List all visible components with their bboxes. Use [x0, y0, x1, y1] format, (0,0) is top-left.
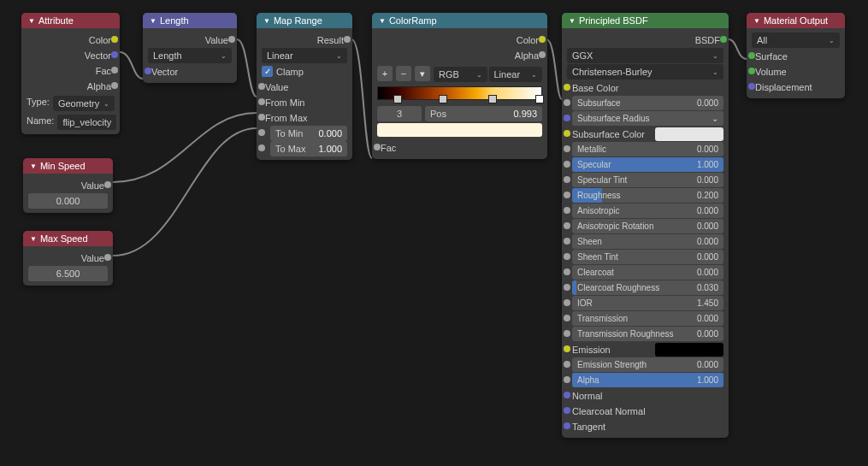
- node-max-speed[interactable]: ▼Max Speed Value 6.500: [23, 231, 113, 286]
- output-result[interactable]: Result: [262, 32, 347, 47]
- bsdf-input-subsurface-color[interactable]: Subsurface Color: [567, 127, 723, 141]
- value-slider[interactable]: Clearcoat Roughness0.030: [572, 280, 723, 295]
- value-field[interactable]: 0.000: [28, 193, 108, 209]
- collapse-icon[interactable]: ▼: [753, 17, 760, 25]
- socket-icon[interactable]: [564, 253, 570, 260]
- node-header[interactable]: ▼Length: [143, 13, 237, 28]
- socket-icon[interactable]: [564, 222, 570, 229]
- name-input[interactable]: flip_velocity: [57, 115, 116, 130]
- socket-icon[interactable]: [228, 36, 235, 43]
- node-attribute[interactable]: ▼Attribute Color Vector Fac Alpha Type: …: [21, 13, 120, 134]
- output-alpha[interactable]: Alpha: [27, 79, 115, 93]
- bsdf-input-emission[interactable]: Emission: [567, 342, 723, 357]
- socket-icon[interactable]: [564, 392, 570, 398]
- socket-icon[interactable]: [104, 254, 111, 261]
- output-color[interactable]: Color: [27, 32, 115, 47]
- bsdf-input-anisotropic-rotation[interactable]: Anisotropic Rotation0.000: [567, 219, 723, 233]
- distribution-dropdown[interactable]: GGX⌄: [567, 48, 723, 63]
- output-fac[interactable]: Fac: [27, 63, 115, 78]
- socket-icon[interactable]: [564, 407, 570, 414]
- socket-icon[interactable]: [111, 67, 118, 74]
- value-slider[interactable]: Transmission Roughness0.000: [572, 327, 723, 341]
- output-value[interactable]: Value: [148, 32, 232, 47]
- ramp-stop[interactable]: [488, 95, 497, 103]
- value-slider[interactable]: Specular Tint0.000: [572, 173, 723, 187]
- value-field[interactable]: Emission Strength0.000: [572, 357, 723, 372]
- bsdf-input-normal[interactable]: Normal: [567, 388, 723, 403]
- socket-icon[interactable]: [111, 82, 118, 89]
- socket-icon[interactable]: [104, 181, 111, 188]
- collapse-icon[interactable]: ▼: [569, 17, 576, 25]
- value-slider[interactable]: Roughness0.200: [572, 188, 723, 203]
- socket-icon[interactable]: [564, 130, 570, 137]
- bsdf-input-transmission-roughness[interactable]: Transmission Roughness0.000: [567, 327, 723, 341]
- bsdf-input-subsurface-radius[interactable]: Subsurface Radius⌄: [567, 111, 723, 126]
- value-slider[interactable]: Anisotropic0.000: [572, 204, 723, 218]
- collapse-icon[interactable]: ▼: [263, 17, 270, 25]
- input-surface[interactable]: Surface: [752, 49, 840, 63]
- color-swatch[interactable]: [655, 127, 723, 141]
- add-stop-button[interactable]: +: [377, 66, 393, 81]
- socket-icon[interactable]: [111, 51, 118, 58]
- stop-index-field[interactable]: 3: [377, 106, 422, 121]
- socket-icon[interactable]: [344, 36, 351, 43]
- socket-icon[interactable]: [564, 330, 570, 337]
- operation-dropdown[interactable]: Length⌄: [148, 48, 232, 63]
- socket-icon[interactable]: [258, 98, 265, 105]
- remove-stop-button[interactable]: −: [396, 66, 411, 81]
- output-value[interactable]: Value: [28, 178, 108, 192]
- collapse-icon[interactable]: ▼: [379, 17, 386, 25]
- bsdf-input-tangent[interactable]: Tangent: [567, 419, 723, 434]
- node-min-speed[interactable]: ▼Min Speed Value 0.000: [23, 158, 113, 213]
- input-to-min[interactable]: To Min0.000: [262, 126, 347, 140]
- input-displacement[interactable]: Displacement: [752, 80, 840, 94]
- node-colorramp[interactable]: ▼ColorRamp Color Alpha + − ▾ RGB⌄ Linear…: [372, 13, 547, 159]
- node-header[interactable]: ▼Principled BSDF: [562, 13, 729, 28]
- bsdf-input-metallic[interactable]: Metallic0.000: [567, 142, 723, 156]
- collapse-icon[interactable]: ▼: [28, 17, 35, 25]
- bsdf-input-sheen[interactable]: Sheen0.000: [567, 234, 723, 249]
- bsdf-input-clearcoat-normal[interactable]: Clearcoat Normal: [567, 404, 723, 418]
- checkbox-icon[interactable]: ✓: [262, 66, 273, 77]
- target-dropdown[interactable]: All⌄: [752, 32, 840, 48]
- value-slider[interactable]: Metallic0.000: [572, 142, 723, 156]
- socket-icon[interactable]: [564, 176, 570, 183]
- sss-method-dropdown[interactable]: Christensen-Burley⌄: [567, 64, 723, 80]
- socket-icon[interactable]: [564, 207, 570, 214]
- output-alpha[interactable]: Alpha: [377, 48, 542, 62]
- socket-icon[interactable]: [748, 52, 755, 59]
- node-header[interactable]: ▼Attribute: [21, 13, 120, 28]
- socket-icon[interactable]: [258, 129, 265, 136]
- value-slider[interactable]: Subsurface0.000: [572, 96, 723, 110]
- bsdf-input-emission-strength[interactable]: Emission Strength0.000: [567, 357, 723, 372]
- socket-icon[interactable]: [564, 161, 570, 168]
- socket-icon[interactable]: [748, 83, 755, 90]
- collapse-icon[interactable]: ▼: [30, 235, 37, 243]
- node-header[interactable]: ▼ColorRamp: [372, 13, 547, 28]
- node-material-output[interactable]: ▼Material Output All⌄ Surface Volume Dis…: [747, 13, 845, 98]
- input-value[interactable]: Value: [262, 80, 347, 94]
- socket-icon[interactable]: [564, 192, 570, 198]
- node-header[interactable]: ▼Min Speed: [23, 158, 113, 174]
- collapse-icon[interactable]: ▼: [150, 17, 156, 25]
- output-value[interactable]: Value: [28, 251, 108, 265]
- value-field[interactable]: IOR1.450: [572, 296, 723, 310]
- bsdf-input-ior[interactable]: IOR1.450: [567, 296, 723, 310]
- input-from-max[interactable]: From Max: [262, 110, 347, 125]
- value-slider[interactable]: Sheen Tint0.000: [572, 250, 723, 264]
- ramp-stop[interactable]: [439, 95, 447, 103]
- socket-icon[interactable]: [374, 144, 381, 150]
- interp-dropdown[interactable]: Linear⌄: [262, 48, 347, 63]
- input-to-max[interactable]: To Max1.000: [262, 141, 347, 156]
- output-bsdf[interactable]: BSDF: [567, 32, 723, 47]
- socket-icon[interactable]: [564, 268, 570, 275]
- value-slider[interactable]: Specular1.000: [572, 157, 723, 172]
- input-vector[interactable]: Vector: [148, 64, 232, 79]
- bsdf-input-subsurface[interactable]: Subsurface0.000: [567, 96, 723, 110]
- color-swatch[interactable]: [655, 343, 723, 357]
- socket-icon[interactable]: [564, 315, 570, 321]
- socket-icon[interactable]: [564, 99, 570, 106]
- interp-dropdown[interactable]: Linear⌄: [489, 67, 543, 82]
- socket-icon[interactable]: [564, 84, 570, 91]
- socket-icon[interactable]: [145, 68, 151, 74]
